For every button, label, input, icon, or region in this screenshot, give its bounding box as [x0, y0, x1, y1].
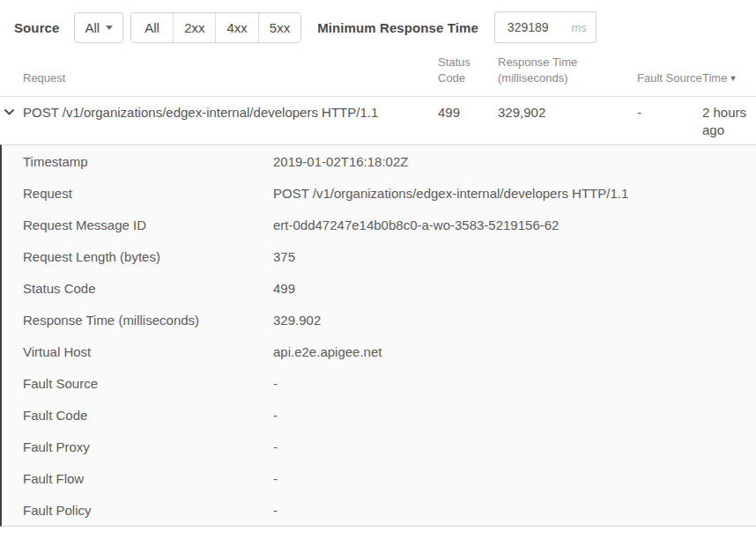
chevron-down-icon[interactable] [3, 103, 15, 121]
detail-label: Request Length (bytes) [23, 249, 273, 264]
column-header-response-time[interactable]: Response Time (milliseconds) [498, 55, 637, 86]
detail-value: api.e2e.apigee.net [273, 344, 756, 359]
row-request: POST /v1/organizations/edgex-internal/de… [23, 104, 438, 122]
detail-row: Fault Policy - [2, 494, 756, 526]
row-response-time: 329,902 [498, 104, 637, 122]
row-status-code: 499 [438, 104, 498, 122]
ms-unit-label: ms [566, 21, 587, 34]
detail-row: Fault Proxy - [2, 431, 756, 462]
column-header-request[interactable]: Request [23, 70, 438, 86]
detail-value: 2019-01-02T16:18:02Z [273, 154, 756, 169]
source-dropdown-value: All [85, 20, 100, 35]
detail-value: - [273, 408, 756, 423]
detail-row: Status Code 499 [2, 272, 756, 304]
detail-value: - [273, 471, 756, 486]
detail-row: Fault Flow - [2, 462, 756, 494]
detail-value: 499 [273, 281, 756, 296]
detail-label: Request Message ID [23, 217, 273, 232]
status-filter-group: All2xx4xx5xx [130, 12, 301, 43]
detail-label: Fault Flow [23, 471, 273, 486]
table-row[interactable]: POST /v1/organizations/edgex-internal/de… [0, 97, 756, 144]
min-response-time-input[interactable] [508, 20, 566, 34]
column-header-status-code[interactable]: Status Code [438, 55, 498, 86]
status-filter-all[interactable]: All [131, 13, 173, 42]
sort-desc-icon: ▼ [729, 74, 737, 83]
column-header-fault-source[interactable]: Fault Source [637, 70, 702, 86]
detail-section: Timestamp 2019-01-02T16:18:02Z Request P… [0, 144, 756, 527]
status-filter-4xx[interactable]: 4xx [215, 13, 257, 42]
detail-row: Request POST /v1/organizations/edgex-int… [2, 177, 756, 209]
status-filter-2xx[interactable]: 2xx [173, 13, 215, 42]
detail-row: Request Length (bytes) 375 [2, 240, 756, 272]
detail-value: - [273, 503, 756, 518]
status-filter-5xx[interactable]: 5xx [258, 13, 300, 42]
detail-value: 329.902 [273, 313, 756, 328]
detail-value: POST /v1/organizations/edgex-internal/de… [273, 186, 756, 201]
row-time: 2 hours ago [702, 104, 756, 139]
detail-label: Fault Policy [23, 503, 273, 518]
detail-label: Request [23, 186, 273, 201]
detail-value: 375 [273, 249, 756, 264]
detail-label: Response Time (milliseconds) [23, 313, 273, 328]
column-header-time[interactable]: Time▼ [702, 70, 756, 86]
detail-label: Fault Proxy [23, 439, 273, 454]
detail-label: Timestamp [23, 154, 273, 169]
table-header: Request Status Code Response Time (milli… [0, 55, 756, 97]
detail-row: Response Time (milliseconds) 329.902 [2, 304, 756, 335]
detail-row: Fault Code - [2, 399, 756, 431]
filter-bar: Source All All2xx4xx5xx Minimum Response… [0, 0, 756, 55]
detail-value: - [273, 439, 756, 454]
source-dropdown[interactable]: All [74, 12, 123, 43]
source-label: Source [14, 20, 59, 35]
detail-label: Fault Source [23, 376, 273, 391]
detail-value: - [273, 376, 756, 391]
caret-down-icon [106, 26, 113, 30]
detail-label: Virtual Host [23, 344, 273, 359]
detail-label: Status Code [23, 281, 273, 296]
detail-row: Virtual Host api.e2e.apigee.net [2, 335, 756, 367]
detail-row: Request Message ID ert-0dd47247e14b0b8c0… [2, 209, 756, 240]
detail-row: Fault Source - [2, 367, 756, 399]
detail-value: ert-0dd47247e14b0b8c0-a-wo-3583-5219156-… [273, 217, 756, 232]
row-fault-source: - [637, 104, 702, 122]
detail-row: Timestamp 2019-01-02T16:18:02Z [2, 145, 756, 177]
min-response-time-label: Minimum Response Time [317, 20, 478, 35]
min-response-time-field: ms [494, 11, 597, 43]
detail-label: Fault Code [23, 408, 273, 423]
